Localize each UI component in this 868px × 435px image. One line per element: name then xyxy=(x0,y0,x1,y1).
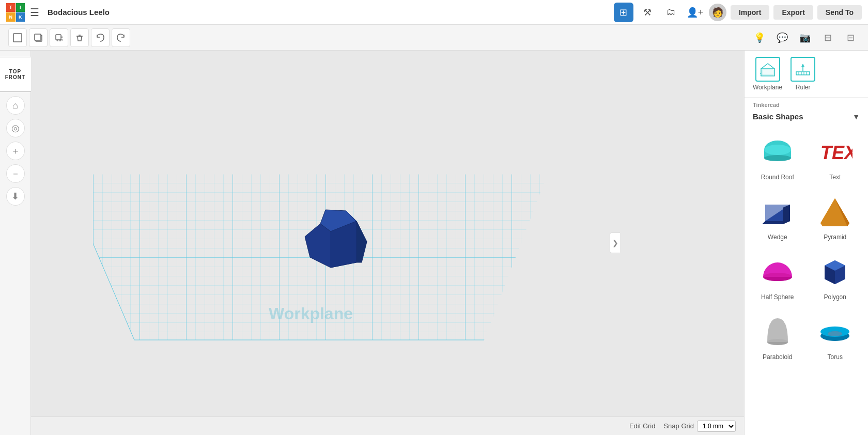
hamburger-icon[interactable]: ☰ xyxy=(30,6,39,19)
fit-view-button[interactable]: ◎ xyxy=(6,119,25,137)
logo-n: N xyxy=(6,12,16,22)
svg-rect-15 xyxy=(762,70,773,75)
shape-text[interactable]: TEXT Text xyxy=(809,129,862,185)
grid-view-button[interactable]: ⊞ xyxy=(614,3,633,22)
top-nav: T I N K ☰ Bodacious Leelo ⊞ ⚒ 🗂 👤+ 🧑 Imp… xyxy=(0,0,868,25)
pyramid-icon xyxy=(816,193,854,230)
home-view-button[interactable]: ⌂ xyxy=(6,96,25,115)
logo-k: K xyxy=(16,12,25,22)
nav-right: ⊞ ⚒ 🗂 👤+ 🧑 Import Export Send To xyxy=(614,3,862,22)
tools-button[interactable]: ⚒ xyxy=(638,3,657,22)
project-name[interactable]: Bodacious Leelo xyxy=(48,8,110,17)
paraboloid-icon xyxy=(759,313,796,350)
copy-button[interactable] xyxy=(29,28,48,47)
round-roof-label: Round Roof xyxy=(761,174,794,181)
half-sphere-icon xyxy=(759,253,796,290)
canvas-area[interactable]: Workplane Edit Grid Snap Grid 1.0 mm 0.5… xyxy=(31,51,744,435)
svg-marker-22 xyxy=(801,64,804,67)
ruler-tool-icon xyxy=(791,57,815,82)
snap-grid-control: Snap Grid 1.0 mm 0.5 mm 2.0 mm xyxy=(663,421,736,432)
shape-polygon[interactable]: Polygon xyxy=(809,249,862,305)
add-user-button[interactable]: 👤+ xyxy=(685,3,705,22)
tinkercad-logo[interactable]: T I N K xyxy=(6,3,25,22)
snap-grid-select[interactable]: 1.0 mm 0.5 mm 2.0 mm xyxy=(697,421,736,432)
svg-rect-4 xyxy=(56,35,61,40)
shape-category-name: Basic Shapes xyxy=(753,112,803,121)
text-shape-label: Text xyxy=(829,174,841,181)
collapse-arrow-icon: ❯ xyxy=(612,239,618,247)
svg-point-25 xyxy=(764,155,791,161)
avatar[interactable]: 🧑 xyxy=(709,4,726,21)
shape-wedge[interactable]: Wedge xyxy=(751,189,804,245)
svg-line-12 xyxy=(761,64,768,69)
shape-source: Tinkercad xyxy=(745,98,868,110)
measure-icon[interactable]: ⊟ xyxy=(841,28,860,47)
panel-collapse-button[interactable]: ❯ xyxy=(610,232,620,253)
svg-point-46 xyxy=(828,331,842,336)
svg-marker-31 xyxy=(783,205,790,224)
shape-category-arrow-icon[interactable]: ▼ xyxy=(853,113,860,121)
delete-button[interactable] xyxy=(70,28,89,47)
wedge-label: Wedge xyxy=(768,234,787,241)
zoom-out-button[interactable]: － xyxy=(6,164,25,183)
ruler-tool-label: Ruler xyxy=(796,84,811,91)
import-button[interactable]: Import xyxy=(731,5,770,20)
svg-point-36 xyxy=(763,273,792,281)
duplicate-button[interactable] xyxy=(50,28,68,47)
main-area: TOP FRONT ⌂ ◎ ＋ － ⬇ Workplane xyxy=(0,51,868,435)
undo-button[interactable] xyxy=(91,28,110,47)
logo-t: T xyxy=(6,3,16,12)
polygon-icon xyxy=(816,253,854,290)
shape-half-sphere[interactable]: Half Sphere xyxy=(751,249,804,305)
left-sidebar: TOP FRONT ⌂ ◎ ＋ － ⬇ xyxy=(0,51,31,435)
wedge-icon xyxy=(759,193,796,230)
view-cube-top-label: TOP xyxy=(9,69,21,74)
camera-icon[interactable]: 📷 xyxy=(796,28,814,47)
shape-category[interactable]: Basic Shapes ▼ xyxy=(745,110,868,125)
workplane-svg: Workplane xyxy=(93,71,558,392)
zoom-in-button[interactable]: ＋ xyxy=(6,142,25,160)
shape-paraboloid[interactable]: Paraboloid xyxy=(751,309,804,365)
workplane-tool[interactable]: Workplane xyxy=(753,57,782,91)
svg-rect-2 xyxy=(35,34,41,40)
svg-text:TEXT: TEXT xyxy=(820,142,853,163)
svg-rect-16 xyxy=(796,72,810,75)
workplane-tool-icon xyxy=(755,57,780,82)
light-icon[interactable]: 💡 xyxy=(750,28,769,47)
shape-pyramid[interactable]: Pyramid xyxy=(809,189,862,245)
paraboloid-label: Paraboloid xyxy=(763,353,792,361)
svg-rect-0 xyxy=(13,34,22,42)
text-shape-icon: TEXT xyxy=(816,133,854,170)
ruler-tool[interactable]: Ruler xyxy=(791,57,815,91)
view-cube[interactable]: TOP FRONT xyxy=(0,57,33,92)
shape-round-roof[interactable]: Round Roof xyxy=(751,129,804,185)
download-button[interactable]: ⬇ xyxy=(6,187,25,206)
svg-point-42 xyxy=(767,339,788,345)
redo-button[interactable] xyxy=(112,28,130,47)
grid-icon[interactable]: ⊟ xyxy=(818,28,837,47)
comment-icon[interactable]: 💬 xyxy=(773,28,792,47)
shapes-grid: Round Roof TEXT Text xyxy=(745,125,868,369)
panel-tools: Workplane Ruler xyxy=(745,51,868,98)
workplane-label: Workplane xyxy=(269,304,353,323)
new-button[interactable] xyxy=(8,28,27,47)
svg-marker-33 xyxy=(820,198,849,226)
pyramid-label: Pyramid xyxy=(824,234,846,241)
toolbar: 💡 💬 📷 ⊟ ⊟ xyxy=(0,25,868,51)
bottom-bar: Edit Grid Snap Grid 1.0 mm 0.5 mm 2.0 mm xyxy=(31,416,744,435)
toolbar-right: 💡 💬 📷 ⊟ ⊟ xyxy=(750,28,860,47)
edit-grid-button[interactable]: Edit Grid xyxy=(629,422,656,430)
torus-icon xyxy=(816,313,854,350)
logo-i: I xyxy=(16,3,25,12)
view-cube-front-label: FRONT xyxy=(5,74,25,80)
shape-torus[interactable]: Torus xyxy=(809,309,862,365)
polygon-label: Polygon xyxy=(824,293,846,301)
projects-button[interactable]: 🗂 xyxy=(661,3,681,22)
torus-label: Torus xyxy=(828,353,843,361)
right-panel: Workplane Ruler Tinkercad xyxy=(744,51,868,435)
export-button[interactable]: Export xyxy=(773,5,813,20)
snap-grid-label: Snap Grid xyxy=(663,422,694,430)
sendto-button[interactable]: Send To xyxy=(817,5,862,20)
workplane-tool-label: Workplane xyxy=(753,84,782,91)
svg-line-13 xyxy=(768,64,774,69)
